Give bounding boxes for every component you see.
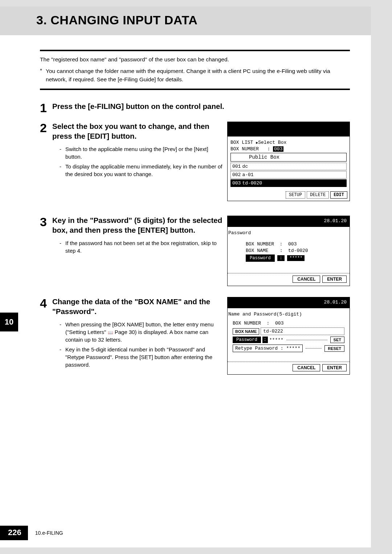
label: BOX NUMBER [246,241,274,247]
screen-step3: 28.01.20 Password BOX NUMBER : 003 BOX N… [227,216,350,286]
boxnum-value: 003 [273,146,283,152]
box-id: 001 [232,164,241,169]
intro-text: The "registered box name" and "password"… [40,56,349,64]
step-bullets: If the password has not been set at the … [52,239,224,254]
step-title: Key in the "Password" (5 digits) for the… [52,216,224,235]
book-icon: 📖 [108,330,113,335]
rule-bottom [40,89,350,90]
value: td-0020 [288,248,308,253]
public-box-label: Public Box [249,154,279,160]
box-number-row: BOX NUMBER : 003 [246,241,343,247]
reset-button[interactable]: RESET [324,345,344,352]
step-title: Press the [e-FILING] button on the contr… [52,102,350,111]
password-title: Password [228,230,347,236]
breadcrumb-a: BOX LIST [230,140,253,145]
step-number: 3 [40,216,49,286]
boxnum-label: BOX NUMBER [230,146,259,152]
connector [286,340,327,340]
step-number: 1 [40,102,49,116]
bullet: To display the applicable menu immediate… [60,163,224,178]
screen-date: 28.01.20 [324,300,347,305]
step-number: 4 [40,297,49,375]
page-number: 226 [0,526,28,540]
footer-section: 10.e-FILING [35,530,63,536]
step-bullets: When pressing the [BOX NAME] button, the… [52,321,224,368]
screen-titlebar: 28.01.20 [228,297,350,308]
box-number-row: BOX NUMBER : 003 [233,321,344,326]
cancel-button[interactable]: CANCEL [293,276,320,283]
box-name: td-0020 [242,180,262,186]
step-title: Select the box you want to change, and t… [52,122,224,141]
box-row-001[interactable]: 001 dc [230,163,347,170]
step-bullets: Switch to the applicable menu using the … [52,145,224,178]
step-2: 2 Select the box you want to change, and… [40,122,350,201]
step-title: Change the data of the "BOX NAME" and th… [52,297,224,316]
password-value: ***** [287,255,305,261]
box-number-row: BOX NUMBER : 003 [230,146,347,152]
step-3: 3 Key in the "Password" (5 digits) for t… [40,216,350,286]
password-value: ***** [269,337,283,343]
password-label: Password [246,254,275,262]
password-row[interactable]: Password : ***** [246,254,343,262]
section-title: 3. CHANGING INPUT DATA [36,13,349,27]
screen-step4: 28.01.20 Name and Password(5-digit) BOX … [227,297,350,375]
box-name-row: BOX NAME : td-0020 [246,248,343,253]
content-column: The "registered box name" and "password"… [0,35,371,375]
screen-step2: BOX LIST ▶Select Box BOX NUMBER : 003 Pu… [227,122,350,201]
screen-titlebar [228,122,350,137]
page: 3. CHANGING INPUT DATA The "registered b… [0,7,371,547]
retype-password-row: Retype Password : ***** RESET [233,345,344,352]
screen-titlebar: 28.01.20 [228,216,350,227]
box-name-row: BOX NAME td-0222 [233,327,344,335]
connector [306,348,322,349]
step-4: 4 Change the data of the "BOX NAME" and … [40,297,350,375]
note-text: You cannot change the folder name with t… [46,67,349,83]
asterisk: * [40,67,42,83]
set-button[interactable]: SET [330,337,344,343]
header-band: 3. CHANGING INPUT DATA [0,7,371,35]
public-box-row[interactable]: Public Box [230,153,347,162]
box-name: a-01 [242,172,253,178]
cancel-button[interactable]: CANCEL [293,364,320,371]
box-id: 002 [232,172,241,178]
box-row-002[interactable]: 002 a-01 [230,171,347,179]
box-id: 003 [232,180,241,186]
delete-button[interactable]: DELETE [307,191,329,199]
page-footer: 226 10.e-FILING [0,526,63,540]
step-number: 2 [40,122,49,201]
step-1: 1 Press the [e-FILING] button on the con… [40,102,350,116]
password-label[interactable]: Password [233,337,261,343]
retype-label: Retype Password : ***** [233,345,303,352]
value: 003 [275,321,283,326]
box-row-003-selected[interactable]: 003 td-0020 [230,179,347,187]
colon: : [262,337,268,343]
label: BOX NAME [246,248,268,253]
label: BOX NUMBER [233,321,261,326]
chapter-tab: 10 [0,313,18,331]
setup-button[interactable]: SETUP [286,191,305,199]
boxname-input[interactable]: td-0222 [261,327,344,335]
bullet: Switch to the applicable menu using the … [60,145,224,160]
enter-button[interactable]: ENTER [322,364,347,371]
box-name: dc [242,164,248,169]
retype-label-text: Retype Password [235,346,278,351]
boxname-button[interactable]: BOX NAME [233,328,259,335]
retype-value: ***** [286,346,300,351]
edit-button[interactable]: EDIT [330,191,347,199]
rule-top [40,50,350,51]
screen-date: 28.01.20 [324,218,347,224]
bullet: If the password has not been set at the … [60,239,224,254]
value: 003 [288,241,297,247]
note-row: * You cannot change the folder name with… [40,67,349,83]
bullet: Key in the 5-digit identical number in b… [60,346,224,368]
name-password-title: Name and Password(5-digit) [228,311,347,317]
breadcrumb: BOX LIST ▶Select Box [230,140,347,145]
enter-button[interactable]: ENTER [322,276,347,283]
password-colon: : [277,255,284,261]
password-row: Password : ***** SET [233,337,344,343]
bullet: When pressing the [BOX NAME] button, the… [60,321,224,343]
breadcrumb-b: Select Box [258,140,286,145]
